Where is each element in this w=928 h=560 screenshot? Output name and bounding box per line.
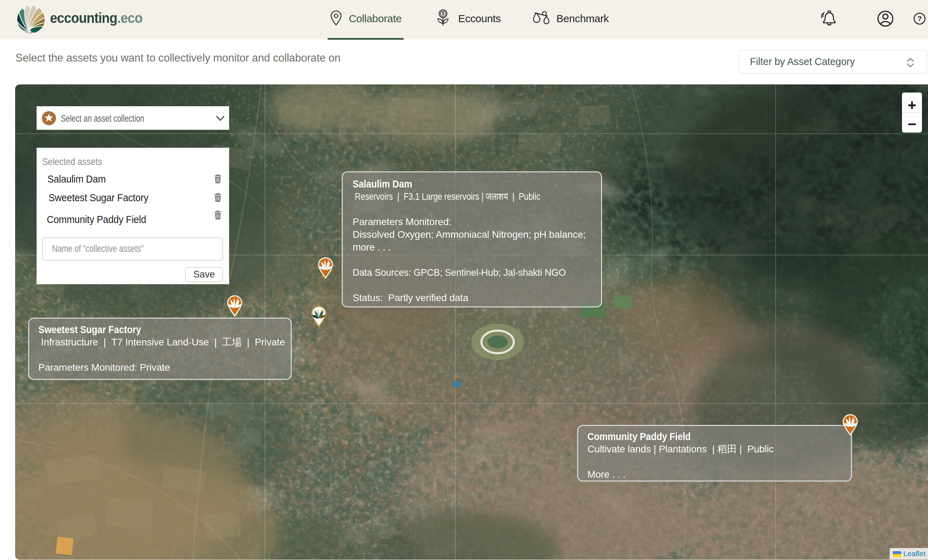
svg-text:?: ? xyxy=(917,15,922,23)
svg-text:$: $ xyxy=(442,11,444,16)
